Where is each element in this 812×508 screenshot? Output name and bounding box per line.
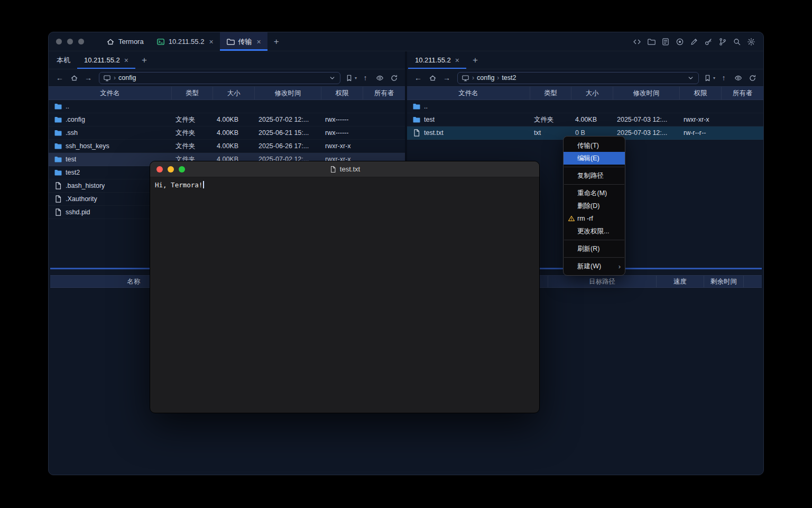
termora-window: Termora10.211.55.2×传输×+ 本机10.211.55.2×+ …	[48, 32, 764, 475]
panel-tab[interactable]: 10.211.55.2×	[77, 51, 135, 69]
file-owner-cell	[721, 113, 763, 126]
breadcrumb-segment[interactable]: config	[118, 74, 136, 81]
column-header[interactable]: 所有者	[721, 87, 763, 99]
file-name: test	[66, 156, 76, 163]
column-header[interactable]: 类型	[171, 87, 213, 99]
column-header[interactable]: 权限	[321, 87, 363, 99]
editor-close-button[interactable]	[156, 166, 163, 173]
refresh-button[interactable]	[746, 71, 759, 84]
column-header[interactable]: 文件名	[407, 87, 530, 99]
file-row[interactable]: .ssh文件夹4.00KB2025-06-21 15:...rwx------	[49, 126, 405, 140]
file-modified-cell	[254, 100, 321, 113]
back-button[interactable]: ←	[53, 71, 66, 84]
editor-titlebar[interactable]: test.txt	[150, 161, 539, 177]
transfer-column-header[interactable]: 速度	[656, 276, 704, 287]
file-row[interactable]: ssh_host_keys文件夹4.00KB2025-06-26 17:...r…	[49, 140, 405, 153]
menu-item[interactable]: 刷新(R)	[564, 242, 625, 255]
forward-button[interactable]: →	[440, 71, 453, 84]
file-row[interactable]: test文件夹4.00KB2025-07-03 12:...rwxr-xr-x	[407, 113, 763, 126]
menu-item[interactable]: 新建(W)›	[564, 260, 625, 273]
folder-fill-icon	[412, 102, 421, 111]
home-button[interactable]	[426, 71, 439, 84]
key-icon[interactable]	[704, 37, 713, 47]
close-icon[interactable]: ×	[209, 38, 213, 46]
show-hidden-button[interactable]	[732, 71, 744, 84]
file-icon	[54, 195, 62, 203]
file-type-cell: 文件夹	[171, 126, 213, 139]
breadcrumb-segment[interactable]: config	[477, 74, 494, 81]
editor-window: test.txt Hi, Termora!	[150, 161, 540, 413]
warning-icon	[566, 215, 577, 222]
transfer-column-header[interactable]	[743, 276, 763, 287]
transfer-column-header[interactable]: 剩余时间	[704, 276, 743, 287]
show-hidden-button[interactable]	[373, 71, 386, 84]
column-header[interactable]: 修改时间	[254, 87, 321, 99]
file-row[interactable]: .config文件夹4.00KB2025-07-02 12:...rwx----…	[49, 113, 405, 126]
editor-zoom-button[interactable]	[179, 166, 185, 173]
chevron-down-icon: ▾	[713, 76, 715, 80]
menu-item[interactable]: 编辑(E)	[564, 152, 625, 165]
edit-icon[interactable]	[689, 37, 699, 47]
column-header[interactable]: 类型	[530, 87, 571, 99]
new-panel-tab-button[interactable]: +	[135, 51, 153, 69]
menu-item[interactable]: 复制路径	[564, 169, 625, 182]
code-icon[interactable]	[632, 37, 642, 47]
editor-minimize-button[interactable]	[168, 166, 174, 173]
minimize-button[interactable]	[67, 39, 73, 44]
up-button[interactable]: ↑	[717, 71, 730, 84]
file-row[interactable]: ..	[49, 100, 405, 113]
home-icon	[106, 38, 115, 46]
close-icon[interactable]: ×	[455, 57, 459, 64]
file-perms-cell: rwx------	[321, 113, 363, 126]
editor-title-text: test.txt	[340, 165, 360, 173]
close-icon[interactable]: ×	[124, 57, 128, 64]
up-button[interactable]: ↑	[359, 71, 372, 84]
back-button[interactable]: ←	[412, 71, 425, 84]
editor-content[interactable]: Hi, Termora!	[150, 177, 539, 413]
log-icon[interactable]	[661, 37, 670, 47]
column-header[interactable]: 大小	[213, 87, 254, 99]
panel-tab[interactable]: 本机	[50, 51, 77, 69]
menu-item[interactable]: rm -rf	[564, 212, 625, 225]
file-name: test2	[66, 169, 80, 176]
transfer-column-header[interactable]: 目标路径	[548, 276, 656, 287]
close-icon[interactable]: ×	[257, 38, 261, 46]
refresh-button[interactable]	[387, 71, 400, 84]
right-panel-tab-bar: 10.211.55.2×+	[407, 51, 763, 69]
main-tab-host[interactable]: 10.211.55.2×	[150, 32, 220, 51]
refresh-icon	[390, 74, 398, 82]
branch-icon[interactable]	[718, 37, 727, 47]
panel-tab[interactable]: 10.211.55.2×	[408, 51, 466, 69]
column-header[interactable]: 所有者	[363, 87, 405, 99]
forward-button[interactable]: →	[82, 71, 95, 84]
main-tab-home[interactable]: Termora	[100, 32, 150, 51]
folder-icon[interactable]	[647, 37, 656, 47]
menu-item[interactable]: 重命名(M)	[564, 187, 625, 199]
file-name: sshd.pid	[66, 208, 90, 216]
column-header[interactable]: 大小	[571, 87, 613, 99]
breadcrumb-segment[interactable]: test2	[502, 74, 516, 81]
new-tab-button[interactable]: +	[267, 32, 285, 51]
file-name-cell: .ssh	[49, 126, 171, 139]
record-icon[interactable]	[675, 37, 685, 47]
bookmark-button[interactable]: ▾	[345, 71, 357, 84]
column-header[interactable]: 文件名	[49, 87, 171, 99]
new-panel-tab-button[interactable]: +	[466, 51, 484, 69]
main-tab-transfer[interactable]: 传输×	[220, 32, 267, 51]
column-header[interactable]: 修改时间	[613, 87, 679, 99]
menu-item[interactable]: 删除(D)	[564, 199, 625, 212]
search-icon[interactable]	[732, 37, 742, 47]
menu-item[interactable]: 传输(T)	[564, 139, 625, 152]
column-header[interactable]: 权限	[679, 87, 721, 99]
close-button[interactable]	[56, 39, 62, 44]
menu-item[interactable]: 更改权限...	[564, 225, 625, 238]
file-row[interactable]: ..	[407, 100, 763, 113]
path-combobox[interactable]: ›config	[99, 72, 340, 84]
zoom-button[interactable]	[78, 39, 84, 44]
home-button[interactable]	[68, 71, 80, 84]
settings-icon[interactable]	[746, 37, 756, 47]
arrow-right-icon: →	[443, 74, 450, 81]
path-combobox[interactable]: ›config›test2	[457, 72, 699, 84]
bookmark-button[interactable]: ▾	[703, 71, 716, 84]
folder-fill-icon	[54, 155, 62, 164]
